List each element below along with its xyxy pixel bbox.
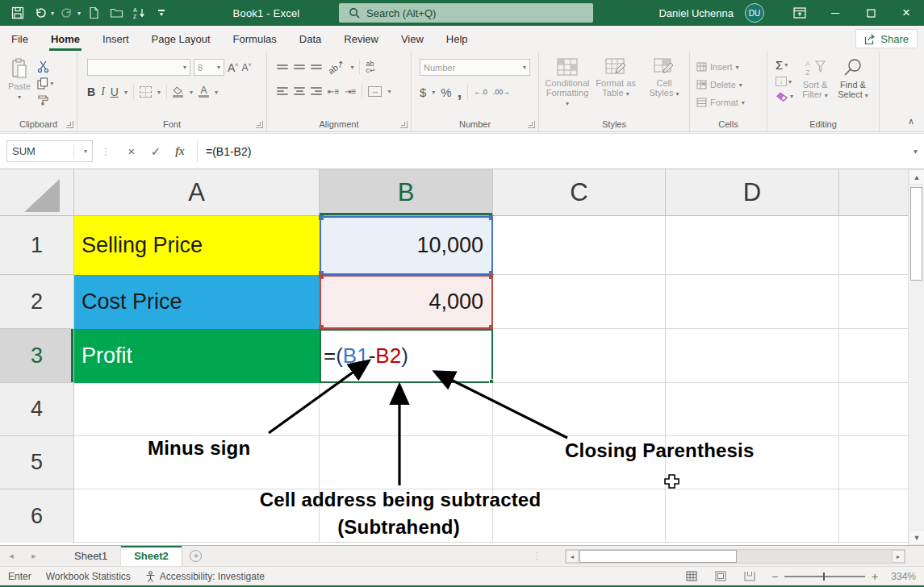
paste-dropdown-icon[interactable]: ▾ <box>18 94 21 101</box>
minimize-button[interactable]: ─ <box>817 0 853 26</box>
decrease-decimal-icon[interactable]: .00→ <box>493 88 511 96</box>
italic-button[interactable]: I <box>101 85 105 98</box>
borders-icon[interactable] <box>140 86 152 98</box>
autosum-button[interactable]: Σ▾ <box>776 58 793 72</box>
cell-e2[interactable] <box>839 275 908 329</box>
maximize-button[interactable] <box>853 0 888 26</box>
clear-button[interactable]: ▾ <box>776 91 793 102</box>
open-folder-icon[interactable] <box>107 3 126 23</box>
align-top-icon[interactable] <box>277 65 288 69</box>
name-box[interactable]: SUM ▾ <box>6 140 93 162</box>
tab-view[interactable]: View <box>390 26 435 52</box>
cell-b2[interactable]: 4,000 <box>320 275 493 329</box>
borders-dropdown-icon[interactable]: ▾ <box>157 89 161 96</box>
cell-e3[interactable] <box>839 329 908 383</box>
increase-decimal-icon[interactable]: ←.0 <box>474 88 487 96</box>
cell-c3[interactable] <box>493 329 666 383</box>
tab-help[interactable]: Help <box>435 26 479 52</box>
accessibility-button[interactable]: Accessibility: Investigate <box>145 571 265 582</box>
format-painter-icon[interactable] <box>37 94 53 106</box>
number-dialog-launcher-icon[interactable] <box>528 121 535 128</box>
cell-b1[interactable]: 10,000 <box>320 216 493 275</box>
row-header-1[interactable]: 1 <box>0 216 74 275</box>
align-left-icon[interactable] <box>277 87 288 95</box>
orientation-icon[interactable]: ab↗ <box>326 58 346 77</box>
cell-e1[interactable] <box>839 216 908 275</box>
insert-function-icon[interactable]: fx <box>168 140 192 162</box>
number-format-select[interactable]: Number▾ <box>420 59 530 76</box>
underline-dropdown-icon[interactable]: ▾ <box>124 89 128 96</box>
column-header-a[interactable]: A <box>74 169 320 216</box>
cell-a4[interactable] <box>74 383 320 436</box>
sort-ascending-icon[interactable]: AZ <box>129 3 148 23</box>
horizontal-scrollbar[interactable]: ◂ ▸ <box>565 549 905 564</box>
shrink-font-icon[interactable]: A˅ <box>241 62 251 73</box>
zoom-level[interactable]: 334% <box>891 571 916 582</box>
tab-formulas[interactable]: Formulas <box>222 26 288 52</box>
cell-e4[interactable] <box>839 383 908 436</box>
sheet-nav-left-icon[interactable]: ◂ <box>0 546 23 566</box>
row-header-3[interactable]: 3 <box>0 329 74 383</box>
cell-d3[interactable] <box>666 329 839 383</box>
comma-format-icon[interactable]: , <box>458 88 462 96</box>
scroll-up-icon[interactable]: ▲ <box>909 169 924 185</box>
scroll-left-icon[interactable]: ◂ <box>566 550 579 563</box>
zoom-slider-track[interactable] <box>784 576 865 577</box>
fill-down-button[interactable]: ↓▾ <box>776 77 793 86</box>
cancel-icon[interactable]: × <box>119 140 144 162</box>
align-bottom-icon[interactable] <box>311 65 322 69</box>
zoom-slider-thumb[interactable] <box>823 572 825 581</box>
row-header-2[interactable]: 2 <box>0 275 74 329</box>
cell-e5[interactable] <box>839 436 908 489</box>
vertical-scrollbar-thumb[interactable] <box>910 187 922 281</box>
close-button[interactable]: × <box>888 0 924 26</box>
cell-d1[interactable] <box>666 216 839 275</box>
row-header-4[interactable]: 4 <box>0 383 74 436</box>
font-size-select[interactable]: 8▾ <box>194 59 224 76</box>
tab-file[interactable]: File <box>0 26 40 52</box>
align-middle-icon[interactable] <box>294 65 305 69</box>
cell-d2[interactable] <box>666 275 839 329</box>
tab-review[interactable]: Review <box>332 26 390 52</box>
sheet-nav-right-icon[interactable]: ▸ <box>23 546 45 566</box>
zoom-slider[interactable]: − + <box>771 570 878 583</box>
page-break-preview-icon[interactable] <box>744 571 755 581</box>
formula-bar-splitter[interactable]: ⋮ <box>101 146 111 157</box>
cell-c1[interactable] <box>493 216 666 275</box>
font-color-dropdown-icon[interactable]: ▾ <box>215 89 218 96</box>
font-color-icon[interactable]: A <box>199 86 209 98</box>
wrap-text-icon[interactable]: abc↵ <box>366 60 375 73</box>
column-header-b[interactable]: B <box>320 169 493 216</box>
sheet-tab-sheet2[interactable]: Sheet2 <box>121 546 182 566</box>
save-icon[interactable] <box>8 3 27 23</box>
copy-icon[interactable]: ▾ <box>37 77 53 90</box>
name-box-dropdown-icon[interactable]: ▾ <box>84 148 87 155</box>
cell-a1[interactable]: Selling Price <box>74 216 320 275</box>
new-sheet-button[interactable]: + <box>182 546 210 566</box>
select-all-button[interactable] <box>0 169 74 216</box>
page-layout-view-icon[interactable] <box>715 571 726 581</box>
orientation-dropdown-icon[interactable]: ▾ <box>350 64 353 71</box>
font-dialog-launcher-icon[interactable] <box>256 121 263 128</box>
workbook-statistics-button[interactable]: Workbook Statistics <box>46 571 131 582</box>
cell-c2[interactable] <box>493 275 666 329</box>
increase-indent-icon[interactable]: ⇥≡ <box>345 87 356 96</box>
cell-e6[interactable] <box>839 489 908 543</box>
clipboard-dialog-launcher-icon[interactable] <box>66 121 73 128</box>
collapse-ribbon-icon[interactable]: ∧ <box>908 116 914 127</box>
align-right-icon[interactable] <box>311 87 322 95</box>
currency-format-icon[interactable]: $ <box>420 85 426 99</box>
cell-a3[interactable]: Profit <box>74 329 320 383</box>
cut-icon[interactable] <box>37 60 53 73</box>
alignment-dialog-launcher-icon[interactable] <box>400 121 408 128</box>
tab-scrollbar-splitter[interactable]: ⋮ <box>533 546 541 566</box>
expand-formula-bar-icon[interactable]: ▾ <box>914 147 918 156</box>
align-center-icon[interactable] <box>294 87 305 95</box>
decrease-indent-icon[interactable]: ⇤≡ <box>328 87 339 96</box>
fill-color-icon[interactable] <box>173 86 184 98</box>
sheet-tab-sheet1[interactable]: Sheet1 <box>61 546 121 566</box>
grow-font-icon[interactable]: A˄ <box>228 61 238 74</box>
underline-button[interactable]: U <box>111 85 119 98</box>
row-header-6[interactable]: 6 <box>0 489 74 543</box>
delete-cells-button[interactable]: Delete▾ <box>696 76 767 94</box>
